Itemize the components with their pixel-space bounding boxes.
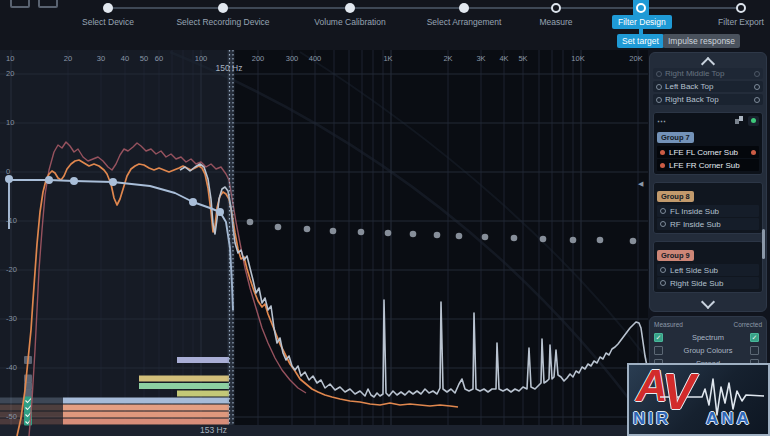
channel-list-panel: Right Middle Top Left Back Top Right Bac… <box>649 52 767 312</box>
step-dot-filter-design[interactable] <box>636 3 646 13</box>
av-nirvana-logo: A V NIR ANA <box>627 363 770 436</box>
svg-text:4K: 4K <box>499 54 508 63</box>
sidebar-collapse-icon[interactable]: ◀ <box>638 180 643 188</box>
svg-text:-50: -50 <box>6 412 17 421</box>
svg-text:0: 0 <box>6 167 10 176</box>
channel-radio[interactable] <box>660 267 666 273</box>
step-dot-volume-calibration[interactable] <box>345 3 355 13</box>
channel-color-dot <box>660 150 665 155</box>
window-icon-1[interactable] <box>10 0 30 8</box>
channel-radio[interactable] <box>660 221 666 227</box>
svg-text:5K: 5K <box>518 54 527 63</box>
step-dot-select-arrangement[interactable] <box>459 3 469 13</box>
group-card-7: ⋯ Group 7 LFE FL Corner Sub LFE FR Corne… <box>653 112 763 175</box>
step-filter-export[interactable]: Filter Export <box>681 17 770 27</box>
group-name-badge[interactable]: Group 7 <box>657 132 694 143</box>
crossover-frequency-label: 150 Hz <box>216 63 243 73</box>
step-select-recording-device[interactable]: Select Recording Device <box>163 17 283 27</box>
channel-color-dot <box>751 150 756 155</box>
spectrum-measured-checkbox[interactable] <box>654 333 663 342</box>
svg-text:300: 300 <box>286 54 299 63</box>
svg-text:20K: 20K <box>629 54 642 63</box>
group-colours-corrected-checkbox[interactable] <box>750 346 759 355</box>
step-dot-measure[interactable] <box>551 3 561 13</box>
column-corrected: Corrected <box>733 321 762 328</box>
svg-text:10: 10 <box>6 54 14 63</box>
channel-radio-left[interactable] <box>656 84 662 90</box>
group-card-8: Group 8 FL Inside Sub RF Inside Sub <box>653 182 763 234</box>
group-colours-measured-checkbox[interactable] <box>654 346 663 355</box>
channel-row[interactable]: Left Back Top <box>653 81 763 92</box>
svg-text:10K: 10K <box>571 54 584 63</box>
channel-label: Right Side Sub <box>670 279 723 288</box>
svg-text:-40: -40 <box>6 363 17 372</box>
svg-text:1K: 1K <box>383 54 392 63</box>
channel-row-selected[interactable]: LFE FL Corner Sub <box>657 146 759 158</box>
wizard-header: Select Device Select Recording Device Vo… <box>0 0 770 50</box>
svg-text:-20: -20 <box>6 265 17 274</box>
channel-radio-right[interactable] <box>754 71 760 77</box>
legend-label: Spectrum <box>666 333 750 342</box>
channel-row-selected[interactable]: LFE FR Corner Sub <box>657 159 759 171</box>
legend-label: Group Colours <box>666 346 750 355</box>
svg-text:400: 400 <box>309 54 322 63</box>
crossover-marker[interactable] <box>228 50 235 425</box>
channel-row[interactable]: FL Inside Sub <box>657 205 759 217</box>
channel-label: LFE FR Corner Sub <box>669 161 740 170</box>
scroll-up-button[interactable] <box>653 55 763 68</box>
group-enable-toggle[interactable] <box>748 116 759 126</box>
channel-row[interactable]: RF Inside Sub <box>657 218 759 230</box>
channel-label: Left Back Top <box>665 82 713 91</box>
channel-radio-left[interactable] <box>656 71 662 77</box>
svg-text:20: 20 <box>6 69 14 78</box>
svg-text:60: 60 <box>155 54 163 63</box>
channel-radio-right[interactable] <box>754 97 760 103</box>
group-menu-icon[interactable]: ⋯ <box>657 116 666 126</box>
channel-label: Right Back Top <box>665 95 719 104</box>
group-card-9: Group 9 Left Side Sub Right Side Sub <box>653 241 763 293</box>
channel-radio-left[interactable] <box>656 97 662 103</box>
step-dot-filter-export[interactable] <box>736 3 746 13</box>
spectrum-corrected-checkbox[interactable] <box>750 333 759 342</box>
window-icon-2[interactable] <box>38 0 58 8</box>
group-name-badge[interactable]: Group 8 <box>657 191 694 202</box>
channel-radio[interactable] <box>660 280 666 286</box>
svg-text:40: 40 <box>121 54 129 63</box>
step-measure[interactable]: Measure <box>496 17 616 27</box>
legend-row-spectrum: Spectrum <box>654 331 762 344</box>
svg-text:-30: -30 <box>6 314 17 323</box>
svg-text:50: 50 <box>140 54 148 63</box>
svg-text:10: 10 <box>6 118 14 127</box>
channel-label: RF Inside Sub <box>670 220 721 229</box>
channel-row[interactable]: Left Side Sub <box>657 264 759 276</box>
channel-label: LFE FL Corner Sub <box>669 148 738 157</box>
svg-text:-10: -10 <box>6 216 17 225</box>
cursor-frequency-label: 153 Hz <box>200 425 227 435</box>
column-measured: Measured <box>654 321 683 328</box>
svg-text:20: 20 <box>64 54 72 63</box>
svg-text:2K: 2K <box>443 54 452 63</box>
tab-impulse-response[interactable]: Impulse response <box>663 34 740 48</box>
channel-radio-right[interactable] <box>754 84 760 90</box>
step-select-device[interactable]: Select Device <box>48 17 168 27</box>
channel-row[interactable]: Right Middle Top <box>653 68 763 79</box>
chevron-down-icon <box>701 294 715 308</box>
channel-color-dot <box>660 163 665 168</box>
svg-text:3K: 3K <box>476 54 485 63</box>
tab-set-target[interactable]: Set target <box>617 34 664 48</box>
group-name-badge[interactable]: Group 9 <box>657 250 694 261</box>
channel-label: FL Inside Sub <box>670 207 719 216</box>
step-dot-select-device[interactable] <box>103 3 113 13</box>
step-filter-design-active[interactable]: Filter Design <box>612 15 672 29</box>
group-copy-icon[interactable] <box>735 116 744 125</box>
sidebar-scrollbar[interactable] <box>762 229 765 259</box>
channel-radio[interactable] <box>660 208 666 214</box>
channel-row[interactable]: Right Side Sub <box>657 277 759 289</box>
channel-row[interactable]: Right Back Top <box>653 94 763 105</box>
legend-row-group-colours: Group Colours <box>654 344 762 357</box>
svg-text:100: 100 <box>195 54 208 63</box>
scroll-down-button[interactable] <box>650 297 766 310</box>
step-dot-select-recording-device[interactable] <box>218 3 228 13</box>
channel-label: Right Middle Top <box>665 69 724 78</box>
step-volume-calibration[interactable]: Volume Calibration <box>290 17 410 27</box>
